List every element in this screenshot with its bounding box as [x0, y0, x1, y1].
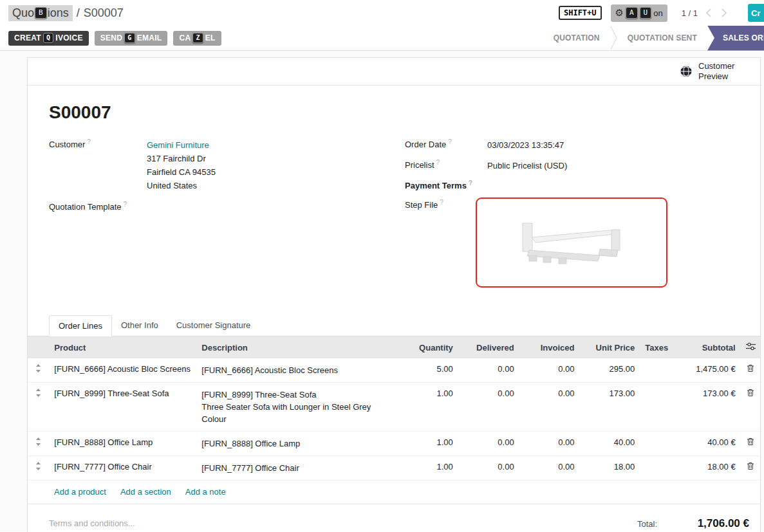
form-statusbar: CREATQIVOICE SENDGEMAIL CAZEL QUOTATION …	[0, 26, 764, 51]
corner-create-label: Cr	[751, 8, 760, 18]
hotkey-badge-z: Z	[192, 33, 203, 43]
drag-handle-icon[interactable]	[28, 383, 49, 432]
pricelist-field-row: Pricelist? Public Pricelist (USD)	[405, 159, 747, 172]
tab-customer-signature[interactable]: Customer Signature	[167, 315, 260, 336]
optional-columns-icon[interactable]	[741, 336, 760, 358]
delivered-column-header: Delivered	[458, 336, 519, 358]
corner-create-button[interactable]: Cr	[748, 4, 764, 22]
quantity-cell[interactable]: 1.00	[401, 383, 458, 432]
product-cell[interactable]: [FURN_8999] Three-Seat Sofa	[49, 383, 196, 432]
terms-and-conditions-input[interactable]: Terms and conditions...	[49, 518, 135, 532]
send-email-button[interactable]: SENDGEMAIL	[95, 31, 168, 46]
pager-next-icon[interactable]	[720, 8, 729, 17]
quantity-column-header: Quantity	[401, 336, 458, 358]
order-line-row: [FURN_8888] Office Lamp [FURN_8888] Offi…	[28, 432, 760, 456]
step-file-field-label: Step File?	[405, 199, 487, 210]
breadcrumb-parent-text-after: ions	[48, 6, 69, 20]
delete-line-icon[interactable]	[741, 456, 760, 481]
create-invoice-button[interactable]: CREATQIVOICE	[8, 31, 89, 46]
add-product-link[interactable]: Add a product	[54, 487, 106, 497]
customer-preview-button[interactable]: Customer Preview	[680, 61, 745, 82]
drag-handle-icon[interactable]	[28, 358, 49, 383]
unit-price-cell[interactable]: 40.00	[579, 432, 640, 456]
delivered-cell[interactable]: 0.00	[458, 358, 519, 383]
description-cell[interactable]: [FURN_7777] Office Chair	[196, 456, 401, 481]
quantity-cell[interactable]: 1.00	[401, 456, 458, 481]
customer-preview-label: Customer Preview	[698, 61, 745, 82]
invoiced-cell[interactable]: 0.00	[519, 358, 580, 383]
delete-line-icon[interactable]	[741, 383, 760, 432]
customer-address-line3: United States	[147, 179, 216, 192]
description-line: [FURN_8999] Three-Seat Sofa	[201, 389, 396, 401]
notebook-tabs: Order Lines Other Info Customer Signatur…	[28, 315, 760, 336]
order-date-field-value[interactable]: 03/03/2023 13:35:47	[487, 138, 564, 152]
description-cell[interactable]: [FURN_8888] Office Lamp	[196, 432, 401, 456]
taxes-cell[interactable]	[640, 358, 671, 383]
unit-price-column-header: Unit Price	[579, 336, 640, 358]
customer-label-text: Customer	[49, 140, 85, 149]
step-file-image[interactable]	[476, 197, 667, 288]
product-cell[interactable]: [FURN_6666] Acoustic Bloc Screens	[49, 358, 196, 383]
add-note-link[interactable]: Add a note	[185, 487, 226, 497]
help-icon: ?	[469, 179, 472, 187]
action-menu-button[interactable]: ⚙ A U on	[611, 5, 667, 22]
description-cell[interactable]: [FURN_8999] Three-Seat SofaThree Seater …	[196, 383, 401, 432]
taxes-column-header: Taxes	[640, 336, 671, 358]
drag-handle-icon[interactable]	[28, 432, 49, 456]
tab-order-lines[interactable]: Order Lines	[49, 315, 112, 336]
send-email-label-after: EMAIL	[137, 33, 162, 42]
hotkey-badge-a: A	[626, 7, 638, 18]
drag-handle-icon[interactable]	[28, 456, 49, 481]
description-cell[interactable]: [FURN_6666] Acoustic Bloc Screens	[196, 358, 401, 383]
delete-line-icon[interactable]	[741, 432, 760, 456]
add-section-link[interactable]: Add a section	[120, 487, 171, 497]
description-line: [FURN_8888] Office Lamp	[201, 437, 396, 450]
quotation-template-field-row: Quotation Template?	[49, 201, 405, 213]
order-date-label-text: Order Date	[405, 140, 446, 149]
description-line: [FURN_7777] Office Chair	[201, 462, 396, 474]
statusbar-step-quotation-sent[interactable]: QUOTATION SENT	[617, 26, 707, 51]
step-file-field-row: Step File?	[405, 199, 747, 288]
subtotal-column-header: Subtotal	[671, 336, 741, 358]
pricelist-field-label: Pricelist?	[405, 159, 487, 170]
product-cell[interactable]: [FURN_7777] Office Chair	[49, 456, 196, 481]
cancel-button[interactable]: CAZEL	[173, 31, 221, 46]
order-line-row: [FURN_8999] Three-Seat Sofa [FURN_8999] …	[28, 383, 760, 432]
product-cell[interactable]: [FURN_8888] Office Lamp	[49, 432, 196, 456]
invoiced-cell[interactable]: 0.00	[519, 456, 580, 481]
payment-terms-field-label: Payment Terms?	[405, 179, 487, 190]
total-label: Total:	[637, 519, 657, 529]
delivered-cell[interactable]: 0.00	[458, 432, 519, 456]
form-sheet: Customer Preview S00007 Customer? Gemini…	[27, 57, 761, 532]
customer-link[interactable]: Gemini Furniture	[147, 140, 209, 150]
page-title: S00007	[49, 102, 760, 123]
quantity-cell[interactable]: 5.00	[401, 358, 458, 383]
taxes-cell[interactable]	[640, 456, 671, 481]
unit-price-cell[interactable]: 173.00	[579, 383, 640, 432]
invoiced-column-header: Invoiced	[519, 336, 580, 358]
tab-other-info[interactable]: Other Info	[112, 315, 167, 336]
taxes-cell[interactable]	[640, 432, 671, 456]
sheet-header-strip: Customer Preview	[28, 58, 760, 86]
unit-price-cell[interactable]: 295.00	[579, 358, 640, 383]
pager-previous-icon[interactable]	[704, 8, 713, 17]
table-header-row: Product Description Quantity Delivered I…	[28, 336, 760, 358]
delete-line-icon[interactable]	[741, 358, 760, 383]
description-line2: Three Seater Sofa with Lounger in Steel …	[201, 401, 396, 425]
order-date-field-label: Order Date?	[405, 138, 487, 149]
pricelist-field-value[interactable]: Public Pricelist (USD)	[487, 159, 567, 172]
breadcrumb-quotations-link[interactable]: QuoBions	[8, 5, 73, 21]
delivered-cell[interactable]: 0.00	[458, 456, 519, 481]
statusbar-step-quotation[interactable]: QUOTATION	[543, 26, 610, 51]
statusbar-step-sales-order[interactable]: SALES ORDER	[707, 26, 764, 51]
quotation-template-field-label: Quotation Template?	[49, 201, 127, 212]
unit-price-cell[interactable]: 18.00	[579, 456, 640, 481]
invoiced-cell[interactable]: 0.00	[519, 383, 580, 432]
invoiced-cell[interactable]: 0.00	[519, 432, 580, 456]
quantity-cell[interactable]: 1.00	[401, 432, 458, 456]
breadcrumb-current: S00007	[84, 6, 124, 20]
delivered-cell[interactable]: 0.00	[458, 383, 519, 432]
control-panel: QuoBions / S00007 SHIFT+U ⚙ A U on 1 / 1	[0, 0, 764, 26]
description-column-header: Description	[196, 336, 401, 358]
taxes-cell[interactable]	[640, 383, 671, 432]
